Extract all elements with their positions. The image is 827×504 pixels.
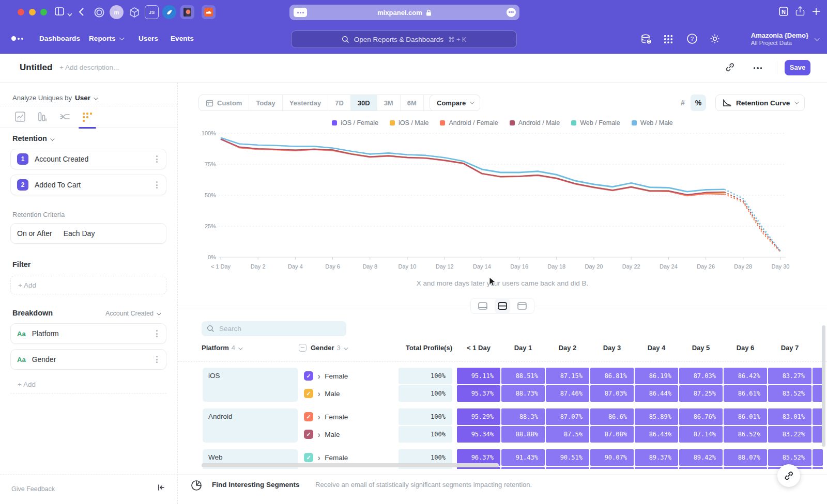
legend-item[interactable]: Android / Female	[440, 119, 498, 127]
range-today[interactable]: Today	[249, 95, 282, 111]
expand-row-icon[interactable]: ›	[318, 389, 320, 398]
extension-js-icon[interactable]: JS	[145, 5, 159, 19]
global-search-button[interactable]: Open Reports & Dashboards ⌘ + K	[291, 30, 517, 48]
apps-grid-icon[interactable]	[664, 35, 673, 46]
tab-retention[interactable]	[81, 111, 94, 123]
find-segments-title[interactable]: Find Interesting Segments	[212, 481, 300, 489]
expand-row-icon[interactable]: ›	[318, 430, 320, 439]
zoom-window-icon[interactable]	[40, 9, 47, 15]
expand-row-icon[interactable]: ›	[318, 412, 320, 421]
platform-column-header[interactable]: Platform4	[202, 344, 241, 352]
day-column-header[interactable]: Day 6	[724, 344, 767, 352]
nav-events[interactable]: Events	[171, 35, 194, 42]
report-description-placeholder[interactable]: + Add description...	[59, 64, 119, 71]
legend-item[interactable]: iOS / Female	[332, 119, 378, 127]
layout-table-only-icon[interactable]	[514, 299, 530, 313]
help-icon[interactable]: ?	[686, 33, 698, 46]
series-checkbox[interactable]: ✓	[304, 412, 313, 421]
expand-row-icon[interactable]: ›	[318, 371, 320, 381]
breakdown-add-button[interactable]: + Add	[10, 376, 166, 393]
chart-type-selector[interactable]: Retention Curve	[715, 94, 805, 111]
give-feedback-link[interactable]: Give Feedback	[11, 485, 55, 493]
kebab-menu-icon[interactable]	[154, 179, 160, 191]
collapse-sidebar-icon[interactable]	[157, 483, 165, 494]
chevron-down-icon[interactable]	[67, 9, 72, 19]
legend-item[interactable]: iOS / Male	[390, 119, 428, 127]
layout-split-icon[interactable]	[495, 299, 510, 313]
day-column-header[interactable]: Day 3	[590, 344, 634, 352]
expand-row-icon[interactable]: ›	[318, 453, 320, 462]
breakdown-gender[interactable]: Aa Gender	[10, 349, 166, 370]
minimize-window-icon[interactable]	[29, 9, 36, 15]
retention-criteria-card[interactable]: On or After Each Day	[10, 223, 166, 244]
copy-link-icon[interactable]	[725, 62, 735, 74]
report-title[interactable]: Untitled	[20, 62, 52, 73]
range-yesterday[interactable]: Yesterday	[283, 95, 328, 111]
criteria-interval[interactable]: Each Day	[64, 229, 95, 238]
compare-button[interactable]: Compare	[430, 94, 480, 111]
breakdown-event-selector[interactable]: Account Created	[105, 310, 160, 317]
extension-notebook-icon[interactable]	[180, 5, 194, 19]
series-checkbox[interactable]: ✓	[304, 371, 313, 381]
notion-tab-icon[interactable]: N	[778, 6, 789, 19]
data-management-icon[interactable]	[640, 33, 652, 48]
legend-item[interactable]: Android / Male	[510, 119, 560, 127]
settings-gear-icon[interactable]	[709, 33, 721, 46]
range-7d[interactable]: 7D	[328, 95, 351, 111]
horizontal-scrollbar[interactable]	[202, 463, 499, 467]
absolute-number-toggle[interactable]: #	[675, 94, 691, 111]
url-more-icon[interactable]: •••	[507, 8, 516, 17]
retention-step-1[interactable]: 1 Account Created	[10, 149, 166, 169]
extension-m-icon[interactable]: m	[110, 5, 124, 19]
legend-item[interactable]: Web / Male	[632, 119, 673, 127]
percent-toggle[interactable]: %	[691, 94, 706, 111]
kebab-menu-icon[interactable]	[154, 153, 160, 165]
legend-item[interactable]: Web / Female	[571, 119, 620, 127]
url-extensions-badge[interactable]	[294, 8, 307, 17]
day-column-header[interactable]: < 1 Day	[457, 344, 500, 352]
day-column-header[interactable]: Day 7	[768, 344, 811, 352]
range-3m[interactable]: 3M	[377, 95, 401, 111]
nav-dashboards[interactable]: Dashboards	[39, 35, 80, 42]
analyze-entity-value[interactable]: User	[75, 94, 90, 102]
project-selector[interactable]: Amazonia {Demo} All Project Data	[751, 32, 808, 46]
new-tab-icon[interactable]	[811, 7, 821, 18]
kebab-menu-icon[interactable]	[154, 354, 160, 365]
range-6m[interactable]: 6M	[401, 95, 424, 111]
series-checkbox[interactable]: ✓	[304, 389, 313, 398]
more-options-icon[interactable]	[754, 67, 762, 69]
nav-users[interactable]: Users	[139, 35, 158, 42]
extension-bird-icon[interactable]	[162, 5, 176, 19]
vertical-scrollbar[interactable]	[822, 325, 825, 447]
extension-loop-icon[interactable]	[92, 5, 106, 19]
extension-cube-icon[interactable]	[127, 5, 141, 19]
retention-step-2[interactable]: 2 Added To Cart	[10, 175, 166, 195]
day-column-header[interactable]: Day 4	[635, 344, 678, 352]
extension-soundcloud-icon[interactable]	[202, 5, 216, 19]
criteria-mode[interactable]: On or After	[17, 229, 52, 238]
analyze-uniques-row[interactable]: Analyze Uniques byUser	[12, 94, 97, 102]
kebab-menu-icon[interactable]	[154, 328, 160, 339]
range-custom[interactable]: Custom	[199, 95, 249, 111]
retention-section-label[interactable]: Retention	[12, 134, 53, 143]
sidebar-toggle-icon[interactable]	[54, 6, 65, 19]
series-checkbox[interactable]: ✓	[304, 453, 313, 462]
url-bar[interactable]: mixpanel.com •••	[289, 5, 519, 20]
total-profiles-header[interactable]: Total Profile(s)	[390, 344, 452, 352]
day-column-header[interactable]: Day 5	[679, 344, 723, 352]
save-button[interactable]: Save	[785, 60, 810, 75]
nav-reports[interactable]: Reports	[89, 35, 122, 42]
breakdown-platform[interactable]: Aa Platform	[10, 323, 166, 344]
back-icon[interactable]	[79, 7, 84, 19]
mixpanel-logo[interactable]	[11, 36, 23, 41]
series-checkbox[interactable]: ✓	[304, 430, 313, 439]
day-column-header[interactable]: Day 2	[546, 344, 589, 352]
range-30d[interactable]: 30D	[351, 95, 377, 111]
tab-funnels[interactable]	[37, 111, 49, 123]
share-link-fab[interactable]	[777, 464, 800, 487]
tab-insights[interactable]	[14, 111, 27, 123]
table-search-input[interactable]: Search	[202, 321, 346, 336]
share-icon[interactable]	[795, 6, 805, 19]
day-column-header[interactable]: Day 1	[501, 344, 545, 352]
tab-flows[interactable]	[59, 111, 71, 123]
